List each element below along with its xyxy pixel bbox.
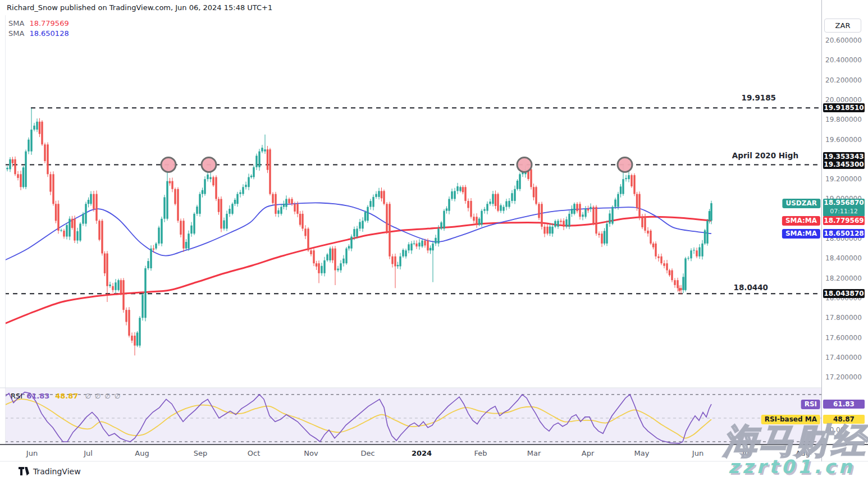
candle-body <box>231 204 233 214</box>
candle-body <box>592 207 594 224</box>
time-axis-label-apr[interactable]: Apr <box>582 449 595 457</box>
candle-body <box>161 219 162 244</box>
price-tick: 19.200000 <box>825 175 862 183</box>
candle-body <box>652 244 654 248</box>
candle-body <box>459 187 461 191</box>
candle-body <box>486 204 488 210</box>
candle-body <box>20 174 21 187</box>
last-price: 18.956870 <box>823 199 865 207</box>
candle-body <box>359 222 360 229</box>
time-axis-label-oct[interactable]: Oct <box>248 449 260 457</box>
candle-body <box>367 207 368 221</box>
candle-body <box>112 286 113 290</box>
candle-body <box>9 159 11 170</box>
candle-body <box>633 175 635 194</box>
candle-body <box>663 263 665 266</box>
candle-body <box>402 250 404 256</box>
candle-body <box>14 159 16 174</box>
candle-body <box>17 174 19 178</box>
tradingview-logo[interactable]: TradingView <box>19 466 81 476</box>
time-axis-label-aug[interactable]: Aug <box>135 449 149 457</box>
candle-body <box>462 187 464 192</box>
circle-slash-icon[interactable]: ∅ <box>115 392 120 400</box>
candle-body <box>674 280 675 285</box>
price-chart-canvas[interactable] <box>0 0 868 481</box>
candle-body <box>372 197 374 207</box>
price-tick: 18.200000 <box>825 274 862 282</box>
candle-body <box>337 269 339 271</box>
candle-body <box>451 191 453 199</box>
candle-body <box>489 201 491 204</box>
candle-body <box>622 179 624 194</box>
candle-body <box>579 204 581 217</box>
candle-body <box>39 122 40 134</box>
candle-body <box>122 280 124 310</box>
circle-slash-icon[interactable]: ∅ <box>85 392 90 400</box>
time-axis-label-mar[interactable]: Mar <box>527 449 541 457</box>
time-axis-label-2024[interactable]: 2024 <box>412 449 432 457</box>
candle-body <box>464 187 466 201</box>
price-tick: 17.800000 <box>825 314 862 322</box>
candle-body <box>557 221 559 227</box>
candle-body <box>473 217 474 221</box>
rsi-legend[interactable]: RSI61.8348.87∅∅∅∅ <box>11 392 124 400</box>
candle-body <box>375 194 377 197</box>
level-axis-badge: 18.043870 <box>823 289 865 298</box>
time-axis-label-dec[interactable]: Dec <box>360 449 374 457</box>
candle-body <box>595 207 597 234</box>
candle-body <box>141 295 143 318</box>
candle-body <box>628 175 629 179</box>
highlight-circle-marker[interactable] <box>618 157 632 172</box>
highlight-circle-marker[interactable] <box>202 157 216 172</box>
highlight-circle-marker[interactable] <box>161 157 176 172</box>
candle-body <box>389 204 390 256</box>
time-axis-label-feb[interactable]: Feb <box>474 449 487 457</box>
candle-body <box>505 201 507 207</box>
candle-body <box>415 244 417 246</box>
candle-body <box>242 187 244 194</box>
candle-body <box>604 231 605 243</box>
time-axis-label-jun[interactable]: Jun <box>26 449 38 457</box>
candle-body <box>508 201 510 207</box>
time-axis-label-jun[interactable]: Jun <box>692 449 703 457</box>
currency-toggle-button[interactable]: ZAR <box>824 19 861 33</box>
candle-body <box>625 178 627 179</box>
time-axis-label-sep[interactable]: Sep <box>194 449 208 457</box>
candle-body <box>71 219 73 228</box>
candle-body <box>239 193 241 194</box>
candle-body <box>109 285 111 286</box>
circle-slash-icon[interactable]: ∅ <box>104 392 110 400</box>
highlight-circle-marker[interactable] <box>517 157 532 172</box>
candle-body <box>291 199 293 204</box>
candle-body <box>706 221 708 244</box>
candle-body <box>49 174 51 191</box>
rsi-pane[interactable] <box>5 388 821 444</box>
candles[interactable] <box>3 108 712 355</box>
time-axis-label-jul[interactable]: Jul <box>84 449 93 457</box>
candle-body <box>381 191 382 198</box>
candle-body <box>193 214 195 233</box>
candle-body <box>36 122 38 130</box>
candle-body <box>30 130 32 152</box>
candle-body <box>495 194 496 206</box>
price-tick: 17.400000 <box>825 354 862 361</box>
time-axis-label-may[interactable]: May <box>634 449 650 457</box>
candle-body <box>158 227 159 243</box>
candle-body <box>432 244 433 250</box>
candle-body <box>307 228 309 250</box>
candle-body <box>418 242 420 246</box>
candle-body <box>421 241 423 247</box>
candle-body <box>57 204 59 231</box>
candle-body <box>483 209 485 211</box>
candle-body <box>150 249 152 268</box>
circle-slash-icon[interactable]: ∅ <box>95 392 100 400</box>
candle-body <box>601 233 602 244</box>
candle-body <box>448 199 450 210</box>
candle-body <box>60 230 62 231</box>
time-axis-label-nov[interactable]: Nov <box>304 449 318 457</box>
candle-body <box>250 176 252 177</box>
candle-body <box>511 193 513 201</box>
candle-body <box>22 167 24 187</box>
candle-body <box>52 174 54 204</box>
candle-body <box>684 258 686 290</box>
